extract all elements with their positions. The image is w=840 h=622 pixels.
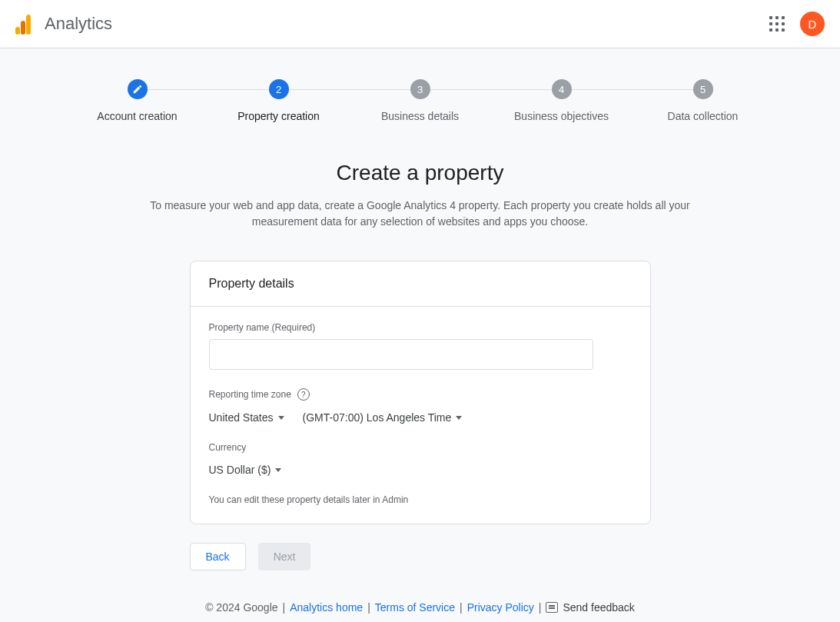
currency-dropdown[interactable]: US Dollar ($) xyxy=(209,459,282,481)
timezone-dropdowns: United States (GMT-07:00) Los Angeles Ti… xyxy=(209,407,632,428)
property-details-card: Property details Property name (Required… xyxy=(190,261,651,524)
timezone-value: (GMT-07:00) Los Angeles Time xyxy=(303,411,452,424)
step-circle-active: 2 xyxy=(269,79,289,99)
step-circle-done xyxy=(128,79,148,99)
step-property-creation[interactable]: 2 Property creation xyxy=(208,79,350,122)
timezone-label: Reporting time zone ? xyxy=(209,388,632,401)
app-title: Analytics xyxy=(45,14,112,34)
chevron-down-icon xyxy=(275,468,281,472)
timezone-label-text: Reporting time zone xyxy=(209,389,291,400)
page-title: Create a property xyxy=(128,161,712,185)
step-business-details: 3 Business details xyxy=(350,79,491,122)
step-label: Data collection xyxy=(668,110,739,122)
separator: | xyxy=(367,601,370,614)
feedback-label: Send feedback xyxy=(563,601,634,614)
setup-stepper: Account creation 2 Property creation 3 B… xyxy=(36,48,805,122)
analytics-home-link[interactable]: Analytics home xyxy=(290,601,363,614)
card-body: Property name (Required) Reporting time … xyxy=(191,307,650,524)
chevron-down-icon xyxy=(278,416,284,420)
copyright: © 2024 Google xyxy=(205,601,277,614)
terms-link[interactable]: Terms of Service xyxy=(375,601,455,614)
chevron-down-icon xyxy=(456,416,462,420)
currency-value: US Dollar ($) xyxy=(209,464,271,476)
edit-hint: You can edit these property details late… xyxy=(209,494,632,505)
send-feedback-button[interactable]: Send feedback xyxy=(546,601,634,614)
header-right: D xyxy=(769,12,825,36)
app-header: Analytics D xyxy=(0,0,840,48)
user-avatar[interactable]: D xyxy=(800,12,825,36)
step-data-collection: 5 Data collection xyxy=(632,79,774,122)
button-row: Back Next xyxy=(190,543,651,570)
step-circle-pending: 4 xyxy=(552,79,572,99)
help-icon[interactable]: ? xyxy=(297,388,310,401)
privacy-link[interactable]: Privacy Policy xyxy=(467,601,534,614)
step-label: Business objectives xyxy=(514,110,609,122)
content-heading: Create a property To measure your web an… xyxy=(113,161,728,230)
separator: | xyxy=(283,601,286,614)
step-account-creation[interactable]: Account creation xyxy=(67,79,208,122)
step-label: Business details xyxy=(381,110,459,122)
timezone-dropdown[interactable]: (GMT-07:00) Los Angeles Time xyxy=(303,407,463,428)
step-label: Account creation xyxy=(97,110,177,122)
main-content: Account creation 2 Property creation 3 B… xyxy=(0,48,840,622)
header-left: Analytics xyxy=(15,13,112,35)
property-name-input[interactable] xyxy=(209,339,593,370)
step-circle-pending: 3 xyxy=(410,79,430,99)
feedback-icon xyxy=(546,602,558,613)
country-dropdown[interactable]: United States xyxy=(209,407,284,428)
pencil-icon xyxy=(132,84,143,95)
country-value: United States xyxy=(209,411,274,424)
card-header: Property details xyxy=(191,261,650,307)
step-label: Property creation xyxy=(237,110,320,122)
apps-grid-icon[interactable] xyxy=(769,16,785,32)
step-circle-pending: 5 xyxy=(693,79,713,99)
analytics-logo-icon xyxy=(15,13,31,35)
page-subtitle: To measure your web and app data, create… xyxy=(128,198,712,230)
next-button[interactable]: Next xyxy=(258,543,311,570)
page-footer: © 2024 Google | Analytics home | Terms o… xyxy=(113,601,728,614)
step-business-objectives: 4 Business objectives xyxy=(491,79,632,122)
separator: | xyxy=(460,601,463,614)
currency-label: Currency xyxy=(209,442,632,453)
back-button[interactable]: Back xyxy=(190,543,246,570)
separator: | xyxy=(539,601,542,614)
currency-dropdown-row: US Dollar ($) xyxy=(209,459,632,481)
property-name-label: Property name (Required) xyxy=(209,322,632,333)
